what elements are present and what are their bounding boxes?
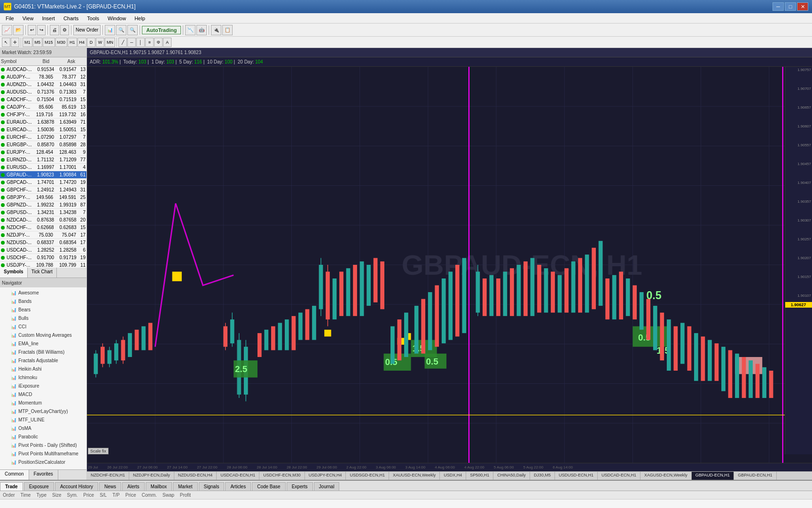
draw-vline-button[interactable]: │	[136, 38, 145, 47]
market-watch-row[interactable]: USDCHF-...0.917000.9171919	[0, 254, 86, 262]
connect-button[interactable]: 🔌	[211, 25, 221, 35]
navigator-item[interactable]: 📊MTP_OverLayChart(yy)	[1, 407, 86, 415]
market-watch-row[interactable]: NZDCHF-...0.626680.6268315	[0, 224, 86, 231]
auto-trading-button[interactable]: AutoTrading	[142, 26, 181, 34]
scale-fix-button[interactable]: Scale fix	[88, 448, 109, 454]
zoom-out-button[interactable]: 🔍	[127, 25, 138, 35]
menu-tools[interactable]: Tools	[83, 15, 103, 22]
bp-tab-exposure[interactable]: Exposure	[24, 482, 54, 491]
nav-tab-common[interactable]: Common	[0, 470, 29, 480]
market-watch-row[interactable]: GBPAUD-...1.908231.9088461	[0, 171, 86, 179]
market-watch-row[interactable]: USDJPY-...109.788109.79911	[0, 262, 86, 268]
market-watch-row[interactable]: EURNZD-...1.711321.7120977	[0, 156, 86, 164]
chart-tab-gbpaud2[interactable]: GBPAUD-ECN,H1	[734, 472, 776, 480]
navigator-item[interactable]: 📊PositionSizeCalculator	[1, 458, 86, 466]
new-chart-button[interactable]: 📈	[2, 25, 12, 35]
navigator-item[interactable]: 📊Custom Moving Averages	[1, 331, 86, 339]
chart-tab-nzdjpy[interactable]: NZDJPY-ECN,Daily	[129, 472, 174, 480]
menu-help[interactable]: Help	[131, 15, 149, 22]
navigator-item[interactable]: 📊EMA_line	[1, 339, 86, 348]
chart-tab-usdjpy[interactable]: USDJPY-ECN,H4	[305, 472, 346, 480]
chart-type-button[interactable]: 📊	[105, 25, 115, 35]
menu-window[interactable]: Window	[104, 15, 130, 22]
menu-file[interactable]: File	[2, 15, 18, 22]
market-watch-row[interactable]: CADJPY-...85.60685.61913	[0, 103, 86, 111]
tf-h1[interactable]: H1	[68, 38, 77, 47]
navigator-item[interactable]: 📊Momentum	[1, 398, 86, 407]
chart-tab-usdcad[interactable]: USDCAD-ECN,H1	[217, 472, 259, 480]
tab-tick-chart[interactable]: Tick Chart	[28, 268, 57, 278]
bp-tab-journal[interactable]: Journal	[314, 482, 340, 491]
navigator-item[interactable]: 📊MACD	[1, 390, 86, 398]
navigator-item[interactable]: 📊Bears	[1, 305, 86, 314]
tab-symbols[interactable]: Symbols	[0, 268, 28, 278]
draw-channel-button[interactable]: ≡	[145, 38, 154, 47]
bp-tab-signals[interactable]: Signals	[199, 482, 225, 491]
navigator-item[interactable]: 📊Bands	[1, 297, 86, 305]
navigator-item[interactable]: 📊Ichimoku	[1, 373, 86, 381]
chart-tab-china50[interactable]: CHINA50,Daily	[493, 472, 530, 480]
navigator-item[interactable]: 📊OsMA	[1, 424, 86, 432]
market-watch-row[interactable]: AUDJPY-...78.36578.37712	[0, 73, 86, 81]
print-button[interactable]: 🖨	[50, 25, 59, 35]
navigator-item[interactable]: 📊Heikin Ashi	[1, 365, 86, 373]
tf-crosshair[interactable]: ✛	[11, 38, 19, 47]
market-watch-row[interactable]: EURUSD-...1.169971.170014	[0, 164, 86, 171]
chart-tab-sp500[interactable]: SP500,H1	[466, 472, 493, 480]
chart-tab-nzdusd[interactable]: NZDUSD-ECN,H4	[174, 472, 217, 480]
bp-tab-trade[interactable]: Trade	[0, 482, 23, 491]
market-watch-row[interactable]: EURCAD-...1.500361.5005115	[0, 126, 86, 134]
market-watch-row[interactable]: EURCHF-...1.072901.072977	[0, 134, 86, 141]
tf-cursor[interactable]: ↖	[2, 38, 10, 47]
undo-button[interactable]: ↩	[28, 25, 36, 35]
menu-view[interactable]: View	[19, 15, 38, 22]
tf-m15[interactable]: M15	[43, 38, 55, 47]
market-watch-row[interactable]: AUDCAD-...0.915340.9154713	[0, 66, 86, 73]
market-watch-row[interactable]: NZDCAD-...0.876380.8765820	[0, 216, 86, 224]
bp-tab-alerts[interactable]: Alerts	[122, 482, 145, 491]
open-button[interactable]: 📂	[13, 25, 23, 35]
market-watch-row[interactable]: AUDNZD-...1.044321.0446331	[0, 81, 86, 88]
tf-w1[interactable]: W	[96, 38, 104, 47]
bp-tab-news[interactable]: News	[99, 482, 121, 491]
tf-mn[interactable]: MN	[105, 38, 115, 47]
tf-m30[interactable]: M30	[55, 38, 68, 47]
navigator-item[interactable]: 📊CCI	[1, 322, 86, 331]
market-watch-row[interactable]: GBPUSD-...1.342311.342387	[0, 209, 86, 216]
market-watch-row[interactable]: CADCHF-...0.715040.7151915	[0, 96, 86, 103]
market-watch-row[interactable]: GBPNZD-...1.992321.9931987	[0, 201, 86, 209]
navigator-item[interactable]: 📊Fractals Adjustable	[1, 356, 86, 365]
market-watch-row[interactable]: EURJPY-...128.454128.4639	[0, 149, 86, 156]
market-watch-row[interactable]: EURAUD-...1.638781.6394971	[0, 119, 86, 126]
draw-line-button[interactable]: ╱	[118, 38, 127, 47]
terminal-button[interactable]: 📋	[222, 25, 233, 35]
tf-m1[interactable]: M1	[23, 38, 32, 47]
market-watch-row[interactable]: AUDUSD-...0.713760.713837	[0, 88, 86, 96]
market-watch-row[interactable]: CHFJPY-...119.716119.73216	[0, 111, 86, 119]
redo-button[interactable]: ↪	[37, 25, 46, 35]
bp-tab-history[interactable]: Account History	[55, 482, 98, 491]
chart-tab-xagusd[interactable]: XAGUSD-ECN,Weekly	[640, 472, 692, 480]
tf-h4[interactable]: H4	[78, 38, 87, 47]
market-watch-row[interactable]: USDCAD-...1.282521.282586	[0, 246, 86, 254]
properties-button[interactable]: ⚙	[60, 25, 69, 35]
minimize-button[interactable]: ─	[773, 2, 784, 11]
nav-tab-favorites[interactable]: Favorites	[29, 470, 58, 480]
menu-charts[interactable]: Charts	[60, 15, 82, 22]
close-button[interactable]: ✕	[797, 2, 808, 11]
market-watch-row[interactable]: GBPJPY-...149.566149.59125	[0, 194, 86, 201]
market-watch-row[interactable]: NZDJPY-...75.03075.04717	[0, 231, 86, 239]
zoom-in-button[interactable]: 🔍	[116, 25, 126, 35]
bp-tab-experts[interactable]: Experts	[287, 482, 313, 491]
chart-tab-nzdchf[interactable]: NZDCHF-ECN,H1	[87, 472, 129, 480]
bp-tab-articles[interactable]: Articles	[225, 482, 251, 491]
fib-button[interactable]: Φ	[154, 38, 163, 47]
bp-tab-codebase[interactable]: Code Base	[252, 482, 285, 491]
new-order-button[interactable]: New Order	[73, 25, 101, 35]
chart-canvas[interactable]: GBPAUD-ECN, H1	[87, 67, 812, 463]
expert-button[interactable]: 🤖	[196, 25, 207, 35]
tf-m5[interactable]: M5	[33, 38, 43, 47]
navigator-item[interactable]: 📊Fractals (Bill Williams)	[1, 348, 86, 356]
chart-tab-gbpaud[interactable]: GBPAUD-ECN,H1	[692, 472, 734, 480]
market-watch-row[interactable]: GBPCAD-...1.747011.7472019	[0, 179, 86, 186]
